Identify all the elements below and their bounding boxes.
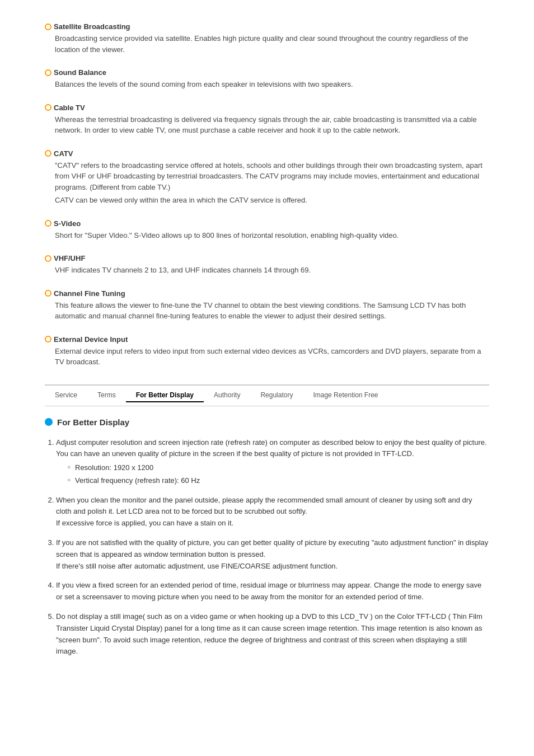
section-vhf-uhf: VHF/UHFVHF indicates TV channels 2 to 13… [45,254,489,276]
fbd-sub-list: Resolution: 1920 x 1200Vertical frequenc… [67,462,489,487]
nav-item-for-better-display[interactable]: For Better Display [126,389,204,402]
nav-item-service[interactable]: Service [45,389,87,402]
section-title-text-satellite: Satellite Broadcasting [54,22,130,31]
nav-item-terms[interactable]: Terms [87,389,126,402]
sections-container: Satellite BroadcastingBroadcasting servi… [45,22,489,368]
section-title-sound-balance: Sound Balance [45,68,489,77]
bullet-icon-s-video [45,220,51,227]
section-title-text-vhf-uhf: VHF/UHF [54,254,85,262]
section-body-line: VHF indicates TV channels 2 to 13, and U… [55,265,489,276]
fbd-item-text: Do not display a still image( such as on… [56,612,483,655]
section-channel-fine-tuning: Channel Fine TuningThis feature allows t… [45,289,489,322]
section-sound-balance: Sound BalanceBalances the levels of the … [45,68,489,90]
section-cable-tv: Cable TVWhereas the terrestrial broadcas… [45,104,489,136]
section-body-catv: "CATV" refers to the broadcasting servic… [55,160,489,206]
section-body-satellite: Broadcasting service provided via satell… [55,33,489,55]
nav-item-authority[interactable]: Authority [204,389,250,402]
nav-item-image-retention-free[interactable]: Image Retention Free [303,389,388,402]
fbd-item-extra: If there's still noise after automatic a… [56,561,489,572]
fbd-item-text: If you are not satisfied with the qualit… [56,538,488,558]
fbd-sub-item: Resolution: 1920 x 1200 [67,462,489,474]
section-title-text-sound-balance: Sound Balance [54,68,106,77]
bullet-icon-cable-tv [45,104,51,111]
section-body-line: External device input refers to video in… [55,346,489,368]
section-body-line: Short for "Super Video." S-Video allows … [55,230,489,241]
nav-bar: ServiceTermsFor Better DisplayAuthorityR… [45,384,489,406]
fbd-item-3: If you are not satisfied with the qualit… [56,537,489,572]
fbd-item-2: When you clean the monitor and the panel… [56,495,489,529]
section-body-channel-fine-tuning: This feature allows the viewer to fine-t… [55,300,489,322]
section-body-line: Whereas the terrestrial broadcasting is … [55,114,489,136]
section-body-line: CATV can be viewed only within the area … [55,195,489,206]
fbd-item-text: When you clean the monitor and the panel… [56,496,472,516]
section-title-text-external-device: External Device Input [54,335,128,344]
fbd-section-title: For Better Display [45,417,489,427]
section-title-text-cable-tv: Cable TV [54,104,85,112]
section-title-text-channel-fine-tuning: Channel Fine Tuning [54,289,125,298]
section-title-text-s-video: S-Video [54,219,81,228]
section-s-video: S-VideoShort for "Super Video." S-Video … [45,219,489,241]
section-title-channel-fine-tuning: Channel Fine Tuning [45,289,489,298]
section-body-line: Broadcasting service provided via satell… [55,33,489,55]
bullet-icon-sound-balance [45,69,51,76]
section-body-s-video: Short for "Super Video." S-Video allows … [55,230,489,241]
section-external-device: External Device InputExternal device inp… [45,335,489,368]
section-catv: CATV"CATV" refers to the broadcasting se… [45,149,489,206]
section-body-vhf-uhf: VHF indicates TV channels 2 to 13, and U… [55,265,489,276]
fbd-numbered-list: Adjust computer resolution and screen in… [56,437,489,658]
nav-item-regulatory[interactable]: Regulatory [250,389,303,402]
fbd-item-text: Adjust computer resolution and screen in… [56,438,487,458]
section-title-catv: CATV [45,149,489,158]
bullet-icon-external-device [45,336,51,342]
fbd-title-text: For Better Display [57,417,129,427]
fbd-item-4: If you view a fixed screen for an extend… [56,580,489,603]
bullet-icon-vhf-uhf [45,255,51,262]
fbd-sub-item: Vertical frequency (refresh rate): 60 Hz [67,475,489,487]
section-body-line: "CATV" refers to the broadcasting servic… [55,160,489,193]
fbd-icon [45,418,53,426]
section-body-external-device: External device input refers to video in… [55,346,489,368]
section-title-cable-tv: Cable TV [45,104,489,112]
section-body-sound-balance: Balances the levels of the sound coming … [55,79,489,90]
fbd-item-5: Do not display a still image( such as on… [56,611,489,658]
section-body-cable-tv: Whereas the terrestrial broadcasting is … [55,114,489,136]
fbd-item-extra: If excessive force is applied, you can h… [56,518,489,529]
bullet-icon-channel-fine-tuning [45,290,51,297]
section-title-s-video: S-Video [45,219,489,228]
section-body-line: This feature allows the viewer to fine-t… [55,300,489,322]
section-title-satellite: Satellite Broadcasting [45,22,489,31]
section-title-text-catv: CATV [54,149,73,158]
section-title-external-device: External Device Input [45,335,489,344]
fbd-item-1: Adjust computer resolution and screen in… [56,437,489,487]
bullet-icon-catv [45,150,51,157]
fbd-item-text: If you view a fixed screen for an extend… [56,581,481,601]
bullet-icon-satellite [45,24,51,30]
section-title-vhf-uhf: VHF/UHF [45,254,489,262]
section-body-line: Balances the levels of the sound coming … [55,79,489,90]
page: Satellite BroadcastingBroadcasting servi… [0,0,534,688]
section-satellite: Satellite BroadcastingBroadcasting servi… [45,22,489,55]
